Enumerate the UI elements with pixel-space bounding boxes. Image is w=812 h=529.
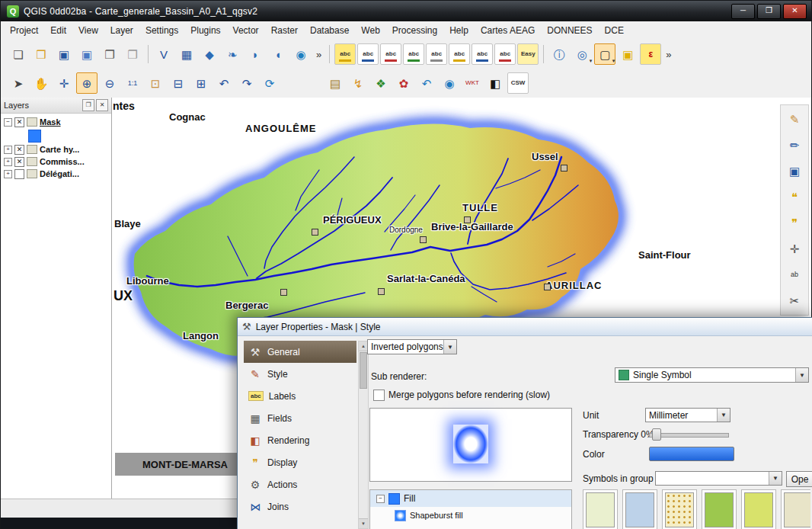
- label-move-button[interactable]: abc: [403, 43, 424, 65]
- scroll-thumb[interactable]: [360, 352, 367, 389]
- open-library-button[interactable]: Ope: [786, 471, 812, 487]
- add-raster-layer-button[interactable]: ▦: [176, 43, 197, 65]
- menu-help[interactable]: Help: [443, 23, 475, 38]
- move-annotation-button[interactable]: ✛: [783, 238, 806, 260]
- save-project-as-button[interactable]: ▣: [76, 43, 98, 65]
- layer-symbol-row[interactable]: [1, 128, 111, 143]
- toolbar-overflow-icon[interactable]: »: [316, 49, 321, 60]
- tab-fields[interactable]: ▦Fields: [244, 407, 356, 429]
- label-rotate-button[interactable]: abc: [426, 43, 447, 65]
- new-project-button[interactable]: ❏: [8, 43, 29, 65]
- plugin-green-button[interactable]: ❖: [370, 72, 392, 94]
- menu-vector[interactable]: Vector: [227, 23, 265, 38]
- zoom-to-layer-button[interactable]: ⊟: [168, 72, 189, 94]
- new-print-composer-button[interactable]: ❐: [99, 43, 120, 65]
- expander-icon[interactable]: −: [376, 495, 385, 503]
- symbols-group-select[interactable]: ▼: [655, 471, 782, 486]
- text-annotation-button[interactable]: ❝: [783, 186, 806, 208]
- refresh-map-button[interactable]: ⟳: [259, 72, 280, 94]
- menu-plugins[interactable]: Plugins: [184, 23, 226, 38]
- pencil-annotation-button[interactable]: ✎: [783, 108, 806, 130]
- label-change-button[interactable]: abc: [449, 43, 470, 65]
- symbol-preset-5[interactable]: [741, 489, 776, 529]
- add-vector-layer-button[interactable]: V: [153, 43, 174, 65]
- save-edits-button[interactable]: ▣: [783, 160, 806, 182]
- zoom-last-button[interactable]: ↶: [213, 72, 235, 94]
- visibility-checkbox[interactable]: ✕: [14, 145, 24, 155]
- zoom-in-button[interactable]: ⊕: [76, 72, 98, 94]
- unit-select[interactable]: Millimeter ▼: [645, 408, 730, 422]
- add-postgis-layer-button[interactable]: ◆: [199, 43, 220, 65]
- form-annotation-button[interactable]: ❞: [783, 212, 806, 234]
- epsilon-plugin-button[interactable]: ε: [640, 43, 661, 65]
- close-panel-button[interactable]: ✕: [96, 99, 108, 111]
- tab-labels[interactable]: abcLabels: [244, 385, 356, 407]
- symbol-preset-4[interactable]: [702, 489, 737, 529]
- cut-tool-button[interactable]: ✂: [783, 290, 806, 312]
- menu-web[interactable]: Web: [355, 23, 385, 38]
- menu-view[interactable]: View: [72, 23, 104, 38]
- identify-features-button[interactable]: ⓘ: [548, 43, 570, 65]
- menu-project[interactable]: Project: [4, 23, 44, 38]
- expander-icon[interactable]: +: [4, 170, 12, 178]
- menu-cartes-aeag[interactable]: Cartes AEAG: [475, 23, 541, 38]
- label-pin-button[interactable]: abc: [357, 43, 379, 65]
- open-project-button[interactable]: ❒: [30, 43, 52, 65]
- tab-style[interactable]: ✎Style: [244, 363, 356, 385]
- symbol-type-select[interactable]: Single Symbol ▼: [615, 367, 809, 383]
- color-button[interactable]: [649, 447, 734, 461]
- pointer-tool-button[interactable]: ➤: [8, 72, 29, 94]
- tab-actions[interactable]: ⚙Actions: [244, 473, 356, 495]
- tab-general[interactable]: ⚒General: [244, 341, 356, 363]
- label-properties-button[interactable]: ab: [783, 264, 806, 286]
- renderer-select[interactable]: Inverted polygons ▼: [367, 339, 457, 354]
- label-show-hidden-button[interactable]: abc: [472, 43, 493, 65]
- menu-edit[interactable]: Edit: [44, 23, 72, 38]
- add-wms-layer-button[interactable]: ◉: [290, 43, 312, 65]
- menu-database[interactable]: Database: [304, 23, 355, 38]
- layer-row-mask[interactable]: −✕Mask: [1, 116, 111, 128]
- invert-image-button[interactable]: ◧: [484, 72, 506, 94]
- symbol-tree-shapeburst-row[interactable]: Shapeburst fill: [370, 507, 571, 524]
- title-bar[interactable]: Q QGIS 0dd02ba - Carte_generale_Bassin_A…: [1, 1, 811, 21]
- menu-donnees[interactable]: DONNEES: [541, 23, 598, 38]
- pen-annotation-button[interactable]: ✏: [783, 134, 806, 156]
- add-mssql-layer-button[interactable]: ◖: [267, 43, 289, 65]
- zoom-next-button[interactable]: ↷: [236, 72, 257, 94]
- tab-display[interactable]: ❞Display: [244, 451, 356, 473]
- layers-panel-header[interactable]: Layers ❐✕: [1, 98, 111, 114]
- layer-labeling-options-button[interactable]: abc: [334, 43, 356, 65]
- pan-to-selection-button[interactable]: ✛: [53, 72, 75, 94]
- visibility-checkbox[interactable]: ✕: [14, 117, 24, 127]
- expander-icon[interactable]: −: [4, 118, 12, 127]
- zoom-native-button[interactable]: 1:1: [122, 72, 143, 94]
- close-button[interactable]: ✕: [783, 4, 807, 19]
- attribute-table-button[interactable]: ▤: [324, 72, 346, 94]
- dropdown-arrow-icon[interactable]: ▾: [590, 58, 593, 64]
- undo-tool-button[interactable]: ↶: [416, 72, 437, 94]
- dialog-title-bar[interactable]: ⚒ Layer Properties - Mask | Style: [238, 318, 812, 336]
- menu-dce[interactable]: DCE: [599, 23, 630, 38]
- menu-raster[interactable]: Raster: [265, 23, 304, 38]
- label-diagram-button[interactable]: abc: [494, 43, 516, 65]
- wkt-plugin-button[interactable]: WKT: [462, 72, 483, 94]
- layer-row-d-l-gati[interactable]: +Délégati...: [1, 168, 111, 180]
- tab-joins[interactable]: ⋈Joins: [244, 495, 356, 518]
- menu-settings[interactable]: Settings: [139, 23, 184, 38]
- zoom-to-selection-button[interactable]: ⊞: [190, 72, 212, 94]
- dropdown-arrow-icon[interactable]: ▾: [612, 58, 615, 64]
- message-log-button[interactable]: ▣: [617, 43, 638, 65]
- menu-layer[interactable]: Layer: [104, 23, 139, 38]
- symbol-preset-3[interactable]: [662, 489, 697, 529]
- symbol-preset-6[interactable]: [781, 489, 810, 529]
- expander-icon[interactable]: +: [4, 146, 12, 154]
- layer-row-carte-hy[interactable]: +✕Carte hy...: [1, 143, 111, 155]
- slider-handle[interactable]: [652, 428, 661, 441]
- maximize-button[interactable]: ❐: [757, 4, 781, 19]
- easy-plugin-button[interactable]: Easy: [517, 43, 539, 65]
- pan-map-button[interactable]: ✋: [30, 72, 52, 94]
- minimize-button[interactable]: ─: [731, 4, 755, 19]
- toolbar-overflow-icon[interactable]: »: [666, 49, 671, 60]
- label-highlight-button[interactable]: abc: [380, 43, 401, 65]
- zoom-full-button[interactable]: ⊡: [145, 72, 166, 94]
